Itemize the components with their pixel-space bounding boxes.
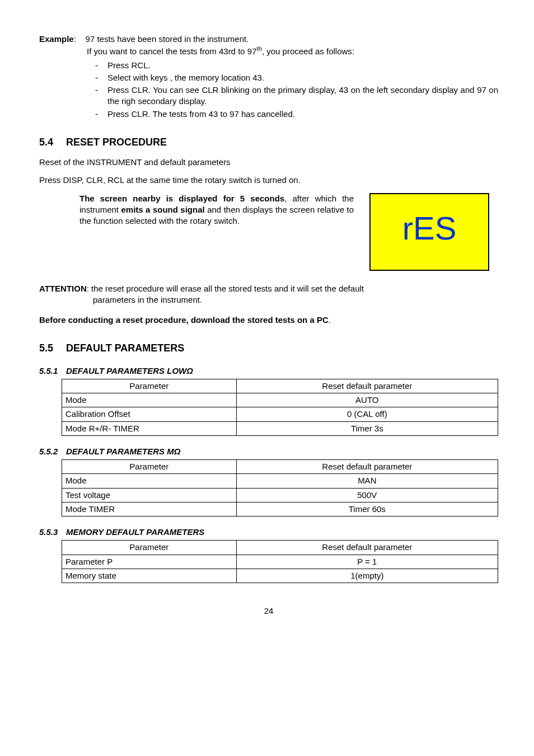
table-row: Parameter Reset default parameter: [62, 379, 498, 393]
table-row: Mode AUTO: [62, 393, 498, 407]
table-cell: 500V: [236, 488, 498, 502]
example-intro2a: If you want to cancel the tests from 43r…: [87, 46, 257, 56]
example-bullet-4: Press CLR. The tests from 43 to 97 has c…: [95, 109, 498, 120]
section-5-5-title: DEFAULT PARAMETERS: [66, 342, 184, 354]
table-header-reset: Reset default parameter: [236, 379, 498, 393]
subsection-5-5-3-num: 5.5.3: [39, 527, 66, 538]
table-header-param: Parameter: [62, 541, 237, 555]
table-cell: Calibration Offset: [62, 407, 237, 421]
table-cell: AUTO: [236, 393, 498, 407]
example-bullet-1: Press RCL.: [95, 60, 498, 71]
reset-two-col: The screen nearby is displayed for 5 sec…: [39, 193, 498, 271]
table-cell: Mode TIMER: [62, 502, 237, 516]
subsection-5-5-1-title-a: DEFAULT PARAMETERS LOW: [66, 366, 186, 375]
subsection-5-5-2-heading: 5.5.2DEFAULT PARAMETERS MΩ: [39, 446, 498, 457]
table-row: Calibration Offset 0 (CAL off): [62, 407, 498, 421]
example-colon: :: [74, 34, 86, 44]
table-cell: Mode: [62, 474, 237, 488]
table-row: Parameter Reset default parameter: [62, 541, 498, 555]
reset-right-box: rES: [369, 193, 498, 271]
table-row: Mode TIMER Timer 60s: [62, 502, 498, 516]
table-cell: 1(empty): [236, 569, 498, 583]
reset-p1: Reset of the INSTRUMENT and default para…: [39, 157, 498, 168]
section-5-5-num: 5.5: [39, 341, 66, 355]
table-cell: Memory state: [62, 569, 237, 583]
subsection-5-5-1-num: 5.5.1: [39, 365, 66, 377]
table-cell: P = 1: [236, 555, 498, 569]
table-5-5-3: Parameter Reset default parameter Parame…: [62, 540, 498, 583]
table-header-reset: Reset default parameter: [236, 541, 498, 555]
example-intro: 97 tests have been stored in the instrum…: [86, 34, 249, 44]
reset-box-c: emits a sound signal: [121, 205, 204, 214]
table-row: Mode MAN: [62, 474, 498, 488]
page-root: Example: 97 tests have been stored in th…: [0, 0, 534, 639]
attention-body1: : the reset procedure will erase all the…: [87, 284, 364, 293]
res-display-box: rES: [369, 193, 489, 271]
table-cell: Timer 3s: [236, 421, 498, 435]
table-cell: 0 (CAL off): [236, 407, 498, 421]
section-5-4-num: 5.4: [39, 135, 66, 149]
example-block: Example: 97 tests have been stored in th…: [39, 34, 498, 120]
attention-line1: ATTENTION: the reset procedure will eras…: [39, 283, 498, 294]
reset-box-a: The screen nearby is displayed for 5 sec…: [79, 194, 284, 203]
table-row: Parameter P P = 1: [62, 555, 498, 569]
table-cell: Test voltage: [62, 488, 237, 502]
example-intro2b: , you proceed as follows:: [262, 46, 354, 56]
table-row: Memory state 1(empty): [62, 569, 498, 583]
res-display-text: rES: [371, 206, 488, 250]
reset-p2: Press DISP, CLR, RCL at the same time th…: [39, 175, 498, 186]
subsection-5-5-1-heading: 5.5.1DEFAULT PARAMETERS LOWΩ: [39, 365, 498, 377]
attention-block: ATTENTION: the reset procedure will eras…: [39, 283, 498, 306]
table-cell: Mode R+/R- TIMER: [62, 421, 237, 435]
table-row: Parameter Reset default parameter: [62, 460, 498, 474]
subsection-5-5-1-title-b: Ω: [186, 366, 193, 375]
page-number: 24: [39, 605, 498, 617]
example-bullet-3: Press CLR. You can see CLR blinking on t…: [95, 84, 498, 107]
attention-label: ATTENTION: [39, 284, 87, 293]
table-cell: MAN: [236, 474, 498, 488]
example-label: Example: [39, 34, 74, 44]
example-line1: Example: 97 tests have been stored in th…: [39, 34, 498, 45]
table-header-param: Parameter: [62, 460, 237, 474]
table-header-param: Parameter: [62, 379, 237, 393]
section-5-5-heading: 5.5DEFAULT PARAMETERS: [39, 341, 498, 355]
example-intro2-sup: th: [257, 45, 262, 52]
example-line2: If you want to cancel the tests from 43r…: [87, 45, 498, 57]
table-cell: Parameter P: [62, 555, 237, 569]
before-reset-line: Before conducting a reset procedure, dow…: [39, 314, 498, 326]
subsection-5-5-2-title-a: DEFAULT PARAMETERS M: [66, 447, 174, 456]
before-reset-text: Before conducting a reset procedure, dow…: [39, 315, 329, 325]
table-header-reset: Reset default parameter: [236, 460, 498, 474]
before-reset-dot: .: [329, 315, 331, 325]
subsection-5-5-3-heading: 5.5.3MEMORY DEFAULT PARAMETERS: [39, 527, 498, 538]
attention-line2: parameters in the instrument.: [39, 294, 498, 306]
table-row: Test voltage 500V: [62, 488, 498, 502]
table-5-5-1: Parameter Reset default parameter Mode A…: [62, 379, 498, 436]
example-bullet-2: Select with keys , the memory location 4…: [95, 72, 498, 83]
table-cell: Timer 60s: [236, 502, 498, 516]
section-5-4-title: RESET PROCEDURE: [66, 137, 167, 148]
table-cell: Mode: [62, 393, 237, 407]
subsection-5-5-2-num: 5.5.2: [39, 446, 66, 457]
table-5-5-2: Parameter Reset default parameter Mode M…: [62, 459, 498, 516]
subsection-5-5-3-title: MEMORY DEFAULT PARAMETERS: [66, 527, 204, 537]
section-5-4-heading: 5.4RESET PROCEDURE: [39, 135, 498, 149]
table-row: Mode R+/R- TIMER Timer 3s: [62, 421, 498, 435]
reset-left-text: The screen nearby is displayed for 5 sec…: [79, 193, 354, 227]
subsection-5-5-2-title-b: Ω: [174, 447, 181, 456]
example-bullet-list: Press RCL. Select with keys , the memory…: [39, 60, 498, 120]
